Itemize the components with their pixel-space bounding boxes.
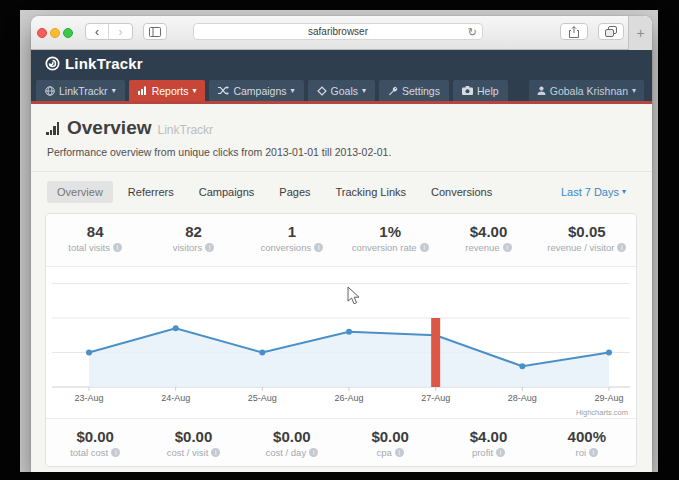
browser-toolbar: ‹ › safaribrowser ↻ xyxy=(31,16,652,50)
user-menu-label: Gobala Krishnan xyxy=(550,85,628,97)
overview-card: 84total visitsi82visitorsi1conversionsi1… xyxy=(45,213,637,467)
info-icon[interactable]: i xyxy=(496,448,505,457)
stat-value: 82 xyxy=(144,223,242,240)
stat-label: roi xyxy=(576,447,587,458)
stat-value: $4.00 xyxy=(439,428,537,445)
nav-item-reports[interactable]: Reports ▾ xyxy=(129,80,206,101)
info-icon[interactable]: i xyxy=(395,448,404,457)
nav-label: Settings xyxy=(402,85,440,97)
page-subtitle: Performance overview from unique clicks … xyxy=(47,146,391,158)
stat-cpa: $0.00cpai xyxy=(341,419,439,466)
info-icon[interactable]: i xyxy=(314,243,323,252)
forward-button[interactable]: › xyxy=(109,24,132,39)
logo-text[interactable]: LinkTrackr xyxy=(65,55,143,72)
svg-text:27-Aug: 27-Aug xyxy=(421,393,450,403)
linktrackr-logo-icon xyxy=(45,56,60,71)
tab-overview[interactable]: Overview xyxy=(47,181,113,203)
nav-label: Campaigns xyxy=(233,85,286,97)
page-title-suffix: LinkTrackr xyxy=(158,123,214,137)
info-icon[interactable]: i xyxy=(113,243,122,252)
date-range-select[interactable]: Last 7 Days ▾ xyxy=(561,186,626,198)
diamond-icon xyxy=(317,86,327,96)
stat-label: total visits xyxy=(68,242,110,253)
info-icon[interactable]: i xyxy=(211,448,220,457)
nav-label: Goals xyxy=(331,85,358,97)
stat-label: total cost xyxy=(70,447,108,458)
nav-item-help[interactable]: Help xyxy=(453,80,508,101)
bar-chart-icon xyxy=(138,86,148,95)
stat-revenue-visitor: $0.05revenue / visitori xyxy=(538,214,636,266)
chevron-down-icon: ▾ xyxy=(632,87,636,95)
nav-item-linktrackr[interactable]: LinkTrackr ▾ xyxy=(36,80,125,101)
chevron-down-icon: ▾ xyxy=(291,87,295,95)
app-header: LinkTrackr xyxy=(31,50,652,77)
nav-label: Reports xyxy=(152,85,189,97)
wrench-icon xyxy=(388,86,398,96)
history-nav-group: ‹ › xyxy=(85,23,133,40)
stat-conversions: 1conversionsi xyxy=(243,214,341,266)
stat-label: conversion rate xyxy=(352,242,417,253)
chevron-down-icon: ▾ xyxy=(192,87,196,95)
close-window-button[interactable] xyxy=(37,28,47,38)
stat-value: $4.00 xyxy=(439,223,537,240)
tabs-icon xyxy=(605,26,617,37)
info-icon[interactable]: i xyxy=(589,448,598,457)
stat-profit: $4.00profiti xyxy=(439,419,537,466)
stat-revenue: $4.00revenuei xyxy=(439,214,537,266)
nav-item-settings[interactable]: Settings xyxy=(379,80,449,101)
tab-tracking-links[interactable]: Tracking Links xyxy=(326,181,417,203)
screenshot-frame: ‹ › safaribrowser ↻ xyxy=(0,0,679,480)
info-icon[interactable]: i xyxy=(205,243,214,252)
svg-text:24-Aug: 24-Aug xyxy=(161,393,190,403)
address-bar[interactable]: safaribrowser ↻ xyxy=(193,23,483,40)
stat-value: $0.05 xyxy=(538,223,636,240)
stats-row-top: 84total visitsi82visitorsi1conversionsi1… xyxy=(46,214,636,266)
plus-icon: + xyxy=(636,25,644,41)
tab-pages[interactable]: Pages xyxy=(269,181,320,203)
info-icon[interactable]: i xyxy=(111,448,120,457)
svg-text:23-Aug: 23-Aug xyxy=(74,393,103,403)
back-button[interactable]: ‹ xyxy=(86,24,109,39)
minimize-window-button[interactable] xyxy=(50,28,60,38)
stat-label: cost / visit xyxy=(167,447,209,458)
stat-label: conversions xyxy=(260,242,311,253)
new-tab-button[interactable]: + xyxy=(628,16,652,50)
info-icon[interactable]: i xyxy=(503,243,512,252)
stat-value: $0.00 xyxy=(243,428,341,445)
info-icon[interactable]: i xyxy=(617,243,626,252)
address-bar-text: safaribrowser xyxy=(194,26,482,37)
report-tabs: Overview Referrers Campaigns Pages Track… xyxy=(47,181,507,203)
tab-conversions[interactable]: Conversions xyxy=(421,181,502,203)
stat-value: $0.00 xyxy=(144,428,242,445)
tab-campaigns[interactable]: Campaigns xyxy=(189,181,265,203)
svg-text:29-Aug: 29-Aug xyxy=(594,393,623,403)
svg-text:28-Aug: 28-Aug xyxy=(508,393,537,403)
user-menu[interactable]: Gobala Krishnan ▾ xyxy=(529,80,644,101)
nav-item-goals[interactable]: Goals ▾ xyxy=(308,80,375,101)
reload-icon[interactable]: ↻ xyxy=(468,25,477,39)
tab-overview-button[interactable] xyxy=(598,23,624,40)
chevron-down-icon: ▾ xyxy=(112,87,116,95)
info-icon[interactable]: i xyxy=(309,448,318,457)
sidebar-toggle-button[interactable] xyxy=(143,23,167,40)
header-divider xyxy=(31,171,652,172)
help-icon xyxy=(462,86,473,95)
stat-total-cost: $0.00total costi xyxy=(46,419,144,466)
page-content: Overview LinkTrackr Performance overview… xyxy=(31,104,652,472)
stat-value: 400% xyxy=(538,428,636,445)
stat-value: 1 xyxy=(243,223,341,240)
stat-cost-visit: $0.00cost / visiti xyxy=(144,419,242,466)
share-button[interactable] xyxy=(560,23,588,40)
visits-chart[interactable]: 23-Aug24-Aug25-Aug26-Aug27-Aug28-Aug29-A… xyxy=(46,266,636,419)
zoom-window-button[interactable] xyxy=(63,28,73,38)
nav-label: Help xyxy=(477,85,499,97)
chart-svg: 23-Aug24-Aug25-Aug26-Aug27-Aug28-Aug29-A… xyxy=(46,267,636,420)
chevron-down-icon: ▾ xyxy=(622,188,626,196)
stat-conversion-rate: 1%conversion ratei xyxy=(341,214,439,266)
info-icon[interactable]: i xyxy=(420,243,429,252)
tab-referrers[interactable]: Referrers xyxy=(118,181,184,203)
sidebar-icon xyxy=(149,27,161,37)
stat-roi: 400%roii xyxy=(538,419,636,466)
nav-item-campaigns[interactable]: Campaigns ▾ xyxy=(209,80,303,101)
app-nav: LinkTrackr ▾ Reports ▾ Campaigns ▾ xyxy=(31,77,652,101)
